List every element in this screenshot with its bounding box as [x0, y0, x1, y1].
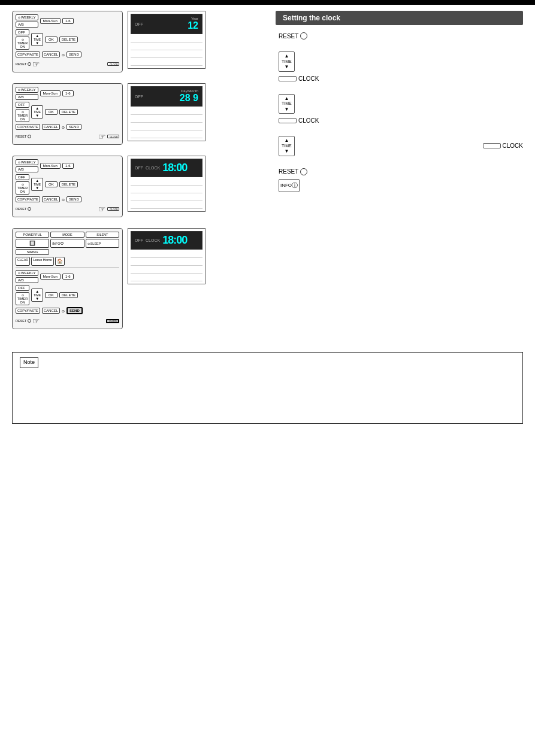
btn-ab-1[interactable]: A/B — [16, 22, 38, 28]
btn-swing-4[interactable]: SWING — [16, 249, 49, 255]
btn-delete-2[interactable]: DELETE — [59, 109, 78, 115]
reset-circle-4[interactable] — [28, 319, 31, 323]
btn-send-3[interactable]: SEND — [67, 196, 81, 202]
btn-timer-on-1[interactable]: ⊙ TIMER ON — [16, 37, 29, 50]
btn-time-arrows-4[interactable]: ▲ TIME ▼ — [31, 289, 43, 302]
clock-switch-4[interactable]: CLOCK — [106, 319, 119, 323]
reset-circle-3[interactable] — [28, 207, 31, 211]
display-off-3: OFF — [135, 166, 143, 170]
clock-label-inst-1: CLOCK — [298, 75, 319, 82]
btn-ok-2[interactable]: OK — [45, 109, 58, 115]
btn-mode-4[interactable]: MODE — [50, 232, 84, 238]
btn-timer-on-3[interactable]: ⊙TIMERON — [16, 181, 29, 195]
reset-area-3[interactable]: RESET — [16, 207, 31, 211]
clock-switch-inst-3[interactable] — [483, 143, 501, 148]
btn-cancel-3[interactable]: CANCEL — [42, 196, 60, 202]
btn-range-2[interactable]: 1-6 — [62, 90, 74, 96]
btn-weekly-2[interactable]: ⊙ WEEKLY — [16, 87, 38, 93]
btn-weekly-3[interactable]: ⊙ WEEKLY — [16, 159, 38, 165]
btn-time-arrows-3[interactable]: ▲ TIME ▼ — [31, 178, 43, 191]
btn-ok-3[interactable]: OK — [45, 181, 58, 187]
btn-powerful-4[interactable]: POWERFUL — [16, 232, 49, 238]
btn-range-3[interactable]: 1-6 — [62, 163, 74, 169]
btn-leavehome-icon-4[interactable]: 🏠 — [55, 257, 65, 266]
btn-mon-sun-4[interactable]: Mon-Sun — [40, 274, 61, 280]
btn-mon-sun-2[interactable]: Mon-Sun — [40, 90, 61, 96]
clock-switch-3[interactable]: CLOCK — [107, 207, 119, 211]
btn-copy-3[interactable]: COPY/PASTE — [16, 196, 40, 202]
reset-area-2[interactable]: RESET — [16, 135, 31, 138]
btn-send-1[interactable]: SEND — [67, 51, 81, 57]
btn-off-2[interactable]: OFF — [16, 102, 29, 108]
btn-time-arrows-2[interactable]: ▲ TIME ▼ — [31, 105, 43, 119]
display-lines-4 — [131, 252, 202, 281]
time-btn-inst-2[interactable]: ▲ TIME ▼ — [279, 94, 295, 114]
btn-sleep-4[interactable]: ⊙SLEEP — [86, 239, 119, 248]
clock-slider-2[interactable]: CLOCK — [107, 135, 119, 138]
inst-row-clock-2: CLOCK — [279, 117, 523, 124]
btn-send-2[interactable]: SEND — [67, 124, 81, 130]
clock-switch-2[interactable]: CLOCK — [107, 135, 119, 138]
btn-copy-2[interactable]: COPY/PASTE — [16, 124, 40, 130]
btn-powerful-icon-4[interactable]: 🔲 — [16, 239, 49, 248]
clock-switch-1[interactable]: CLOCK — [107, 62, 119, 66]
btn-off-3[interactable]: OFF — [16, 174, 29, 180]
time-btn-inst-1[interactable]: ▲ TIME ▼ — [279, 51, 295, 72]
clock-slider-3[interactable]: CLOCK — [107, 207, 119, 211]
time-btn-inst-3[interactable]: ▲ TIME ▼ — [279, 136, 295, 156]
btn-timer-on-4[interactable]: ⊙TIMERON — [16, 292, 29, 305]
btn-copy-1[interactable]: COPY/PASTE — [16, 51, 40, 57]
btn-mon-sun-1[interactable]: Mon-Sun — [40, 18, 61, 24]
instruction-step-5: RESET INFO ⓘ — [276, 168, 523, 192]
reset-circle-1[interactable] — [28, 62, 31, 66]
display-line-2b — [131, 117, 202, 123]
btn-clear-4[interactable]: CLEAR — [16, 257, 30, 266]
btn-ab-2[interactable]: A/B — [16, 94, 38, 100]
btn-mon-sun-3[interactable]: Mon-Sun — [40, 163, 61, 169]
clock-slider-inst-2[interactable]: CLOCK — [279, 117, 319, 124]
btn-cancel-4[interactable]: CANCEL — [42, 308, 60, 314]
btn-info-4[interactable]: INFO — [50, 239, 84, 248]
btn-leavehome-4[interactable]: Leave Home — [31, 257, 53, 266]
clock-switch-inst-1[interactable] — [279, 76, 297, 81]
btn-ok-1[interactable]: OK — [45, 37, 58, 42]
reset-circle-inst-2[interactable] — [300, 168, 307, 175]
reset-circle-inst[interactable] — [300, 32, 307, 40]
reset-button-inst-2[interactable]: RESET — [279, 168, 307, 175]
btn-range-4[interactable]: 1-6 — [62, 274, 74, 280]
btn-range-1[interactable]: 1-6 — [62, 18, 74, 24]
display-time-4: 18:00 — [162, 234, 187, 247]
clock-slider-inst-3[interactable]: CLOCK — [483, 142, 523, 149]
btn-off-1[interactable]: OFF — [16, 29, 29, 35]
reset-button-inst[interactable]: RESET — [279, 32, 307, 40]
btn-delete-3[interactable]: DELETE — [59, 181, 78, 187]
btn-ab-3[interactable]: A/B — [16, 166, 38, 172]
btn-copy-4[interactable]: COPY/PASTE — [16, 308, 40, 314]
info-btn-inst[interactable]: INFO ⓘ — [279, 179, 300, 192]
btn-off-4[interactable]: OFF — [16, 285, 29, 291]
reset-area-1[interactable]: RESET ☞ — [16, 59, 40, 69]
clock-slider-4[interactable]: CLOCK — [106, 319, 119, 323]
btn-cancel-2[interactable]: CANCEL — [42, 124, 60, 130]
display-panel-4: OFF CLOCK 18:00 — [128, 228, 205, 284]
clock-slider-inst-1[interactable]: CLOCK — [279, 75, 319, 82]
btn-ok-4[interactable]: OK — [45, 292, 58, 298]
inst-row-clock-1: CLOCK — [279, 75, 523, 82]
btn-weekly-1[interactable]: ⊙ WEEKLY — [16, 14, 38, 20]
reset-area-4[interactable]: RESET ☞ — [16, 316, 40, 326]
reset-circle-2[interactable] — [28, 135, 31, 138]
btn-timer-on-2[interactable]: ⊙TIMERON — [16, 109, 29, 122]
btn-ab-4[interactable]: A/B — [16, 277, 38, 283]
btn-silent-4[interactable]: SILENT — [86, 232, 119, 238]
btn-delete-4[interactable]: DELETE — [59, 292, 78, 298]
btn-cancel-1[interactable]: CANCEL — [42, 51, 60, 57]
clock-slider-1[interactable]: CLOCK — [107, 62, 119, 66]
clock-switch-inst-2[interactable] — [279, 118, 297, 123]
btn-send-4[interactable]: SEND — [67, 307, 83, 314]
note-tag: Note — [20, 357, 38, 368]
btn-delete-1[interactable]: DELETE — [59, 37, 78, 42]
inst-row-reset-2: RESET — [279, 168, 523, 175]
btn-time-up-1[interactable]: ▲ TIME ▼ — [31, 33, 43, 46]
display-line-3a — [131, 180, 202, 186]
btn-weekly-4[interactable]: ⊙ WEEKLY — [16, 270, 38, 276]
